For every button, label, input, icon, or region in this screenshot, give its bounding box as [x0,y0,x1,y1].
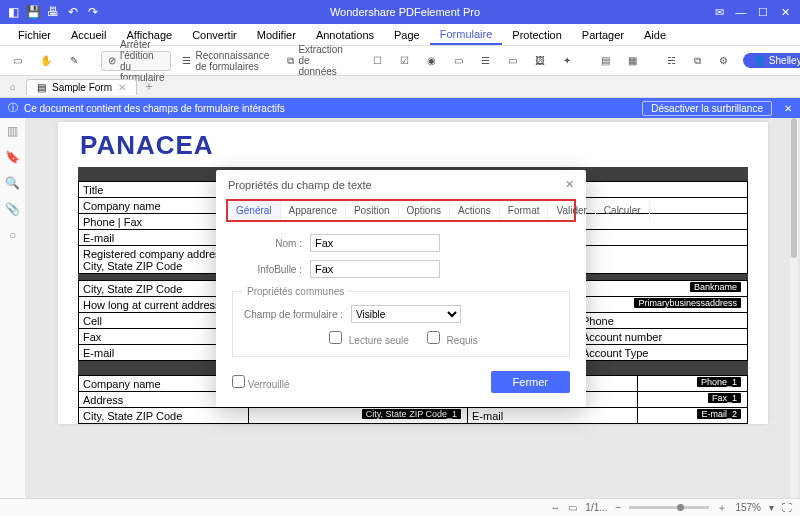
page-indicator: 1/1... [585,502,607,513]
more-tools-icon[interactable]: ☵ [660,51,683,71]
zoom-dropdown-icon[interactable]: ▾ [769,502,774,513]
form-info-bar: ⓘ Ce document contient des champs de for… [0,98,800,118]
doc-icon: ▤ [37,82,46,93]
titlebar: ◧ 💾 🖶 ↶ ↷ Wondershare PDFelement Pro ✉ ―… [0,0,800,24]
field-list-icon[interactable]: ☰ [474,51,497,71]
tab-appearance[interactable]: Apparence [281,201,346,220]
tab-calculate[interactable]: Calculer [596,201,650,220]
hand-tool-icon[interactable]: ✋ [33,51,59,71]
tab-format[interactable]: Format [500,201,549,220]
minimize-icon[interactable]: ― [732,5,750,19]
scrollbar-thumb[interactable] [791,118,797,258]
menu-annotations[interactable]: Annotations [306,24,384,45]
row-phone: Phone [578,313,748,329]
menu-aide[interactable]: Aide [634,24,676,45]
row-accttype: Account Type [578,345,748,361]
name-input[interactable] [310,234,440,252]
undo-icon[interactable]: ↶ [66,5,80,19]
tooltip-label: InfoBulle : [232,264,302,275]
thumbnails-icon[interactable]: ▥ [7,124,18,138]
tab-options[interactable]: Options [399,201,450,220]
data-extraction-button[interactable]: ⧉ Extraction de données [280,51,349,71]
redo-icon[interactable]: ↷ [86,5,100,19]
mail-icon[interactable]: ✉ [710,5,728,19]
formfield-select[interactable]: Visible [351,305,461,323]
field-radio-icon[interactable]: ◉ [420,51,443,71]
tab-actions[interactable]: Actions [450,201,500,220]
vertical-scrollbar[interactable] [790,118,798,498]
field-rfax[interactable]: Fax_1 [708,393,741,403]
menu-accueil[interactable]: Accueil [61,24,116,45]
field-remail[interactable]: E-mail_2 [697,409,741,419]
ribbon-toolbar: ▭ ✋ ✎ ⊘ Arrêter l'édition du formulaire … [0,46,800,76]
menu-convertir[interactable]: Convertir [182,24,247,45]
required-checkbox[interactable]: Requis [427,331,478,346]
menu-partager[interactable]: Partager [572,24,634,45]
fit-width-icon[interactable]: ↔ [550,502,560,513]
tab-position[interactable]: Position [346,201,399,220]
save-icon[interactable]: 💾 [26,5,40,19]
user-avatar[interactable]: 👤 Shelley [743,53,800,68]
close-icon[interactable]: ✕ [776,5,794,19]
distribute-icon[interactable]: ▦ [621,51,644,71]
info-message: Ce document contient des champs de formu… [24,103,285,114]
edit-tool-icon[interactable]: ✎ [63,51,85,71]
align-icon[interactable]: ▤ [594,51,617,71]
app-title: Wondershare PDFelement Pro [100,6,710,18]
close-tab-icon[interactable]: ✕ [118,82,126,93]
comments-icon[interactable]: ○ [9,228,16,242]
bookmarks-icon[interactable]: 🔖 [5,150,20,164]
field-image-icon[interactable]: 🖼 [528,51,552,71]
brand-heading: PANACEA [78,128,748,167]
menu-formulaire[interactable]: Formulaire [430,24,503,45]
close-button[interactable]: Fermer [491,371,570,393]
attachments-icon[interactable]: 📎 [5,202,20,216]
locked-checkbox[interactable]: Verrouillé [232,375,289,390]
zoom-slider[interactable] [629,506,709,509]
properties-icon[interactable]: ⚙ [712,51,735,71]
readonly-checkbox[interactable]: Lecture seule [329,331,409,346]
tooltip-input[interactable] [310,260,440,278]
menu-fichier[interactable]: Fichier [8,24,61,45]
tab-validate[interactable]: Valider [548,201,595,220]
home-tab-icon[interactable]: ⌂ [4,78,22,96]
field-checkbox-icon[interactable]: ☑ [393,51,416,71]
info-icon: ⓘ [8,101,18,115]
menu-page[interactable]: Page [384,24,430,45]
field-rphone[interactable]: Phone_1 [697,377,741,387]
field-text-icon[interactable]: ☐ [366,51,389,71]
new-tab-icon[interactable]: ＋ [143,78,155,95]
doc-tab-label: Sample Form [52,82,112,93]
disable-highlight-button[interactable]: Désactiver la surbrillance [642,101,772,116]
field-pba[interactable]: Primarybusinessaddress [634,298,741,308]
form-recognition-button[interactable]: ☰ Reconnaissance de formulaires [175,51,276,71]
left-sidebar: ▥ 🔖 🔍 📎 ○ [0,118,26,498]
dialog-close-icon[interactable]: ✕ [565,178,574,191]
select-tool-icon[interactable]: ▭ [6,51,29,71]
fit-page-icon[interactable]: ▭ [568,502,577,513]
statusbar: ↔ ▭ 1/1... − ＋ 157% ▾ ⛶ [0,498,800,516]
tab-general[interactable]: Général [228,201,281,220]
stop-form-edit-button[interactable]: ⊘ Arrêter l'édition du formulaire [101,51,171,71]
maximize-icon[interactable]: ☐ [754,5,772,19]
print-icon[interactable]: 🖶 [46,5,60,19]
search-panel-icon[interactable]: 🔍 [5,176,20,190]
formfield-label: Champ de formulaire : [243,309,343,320]
zoom-out-icon[interactable]: − [616,502,622,513]
field-signature-icon[interactable]: ✦ [556,51,578,71]
text-field-properties-dialog: Propriétés du champ de texte ✕ Général A… [216,170,586,407]
menu-protection[interactable]: Protection [502,24,572,45]
row-csz2: City, State ZIP Code [79,408,249,424]
field-csz1[interactable]: City, State ZIP Code_1 [362,409,461,419]
field-combo-icon[interactable]: ▭ [447,51,470,71]
field-bankname[interactable]: Bankname [690,282,741,292]
menu-modifier[interactable]: Modifier [247,24,306,45]
document-tab[interactable]: ▤ Sample Form ✕ [26,79,137,95]
dialog-tabs-highlight: Général Apparence Position Options Actio… [226,199,576,222]
template-icon[interactable]: ⧉ [687,51,708,71]
fullscreen-icon[interactable]: ⛶ [782,502,792,513]
info-close-icon[interactable]: ✕ [784,103,792,114]
zoom-value: 157% [735,502,761,513]
field-button-icon[interactable]: ▭ [501,51,524,71]
zoom-in-icon[interactable]: ＋ [717,501,727,515]
